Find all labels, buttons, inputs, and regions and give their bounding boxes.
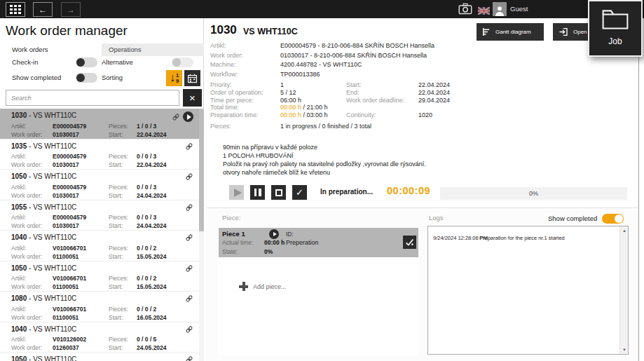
show-completed-label: Show completed — [12, 74, 61, 81]
work-order-item-title: 1035 - VS WHT110C — [11, 142, 76, 150]
work-order-label: Work order: — [11, 283, 42, 290]
alternative-toggle[interactable] — [172, 57, 193, 67]
artikl-label: Artikl: — [11, 214, 26, 221]
pieces-label: Pieces: — [109, 123, 128, 130]
pieces-label: Pieces: — [109, 184, 128, 191]
log-entry: 9/24/2024 12:28:06 PMPreparation for the… — [433, 235, 565, 241]
artikl-value: V010066701 — [53, 245, 86, 252]
apps-grid-button[interactable] — [6, 2, 25, 17]
pieces-value: 1 / 0 / 3 — [137, 123, 156, 130]
link-icon — [185, 264, 193, 273]
artikl-label: Artikl: — [11, 184, 26, 191]
alternative-label: Alternative — [102, 58, 133, 66]
work-order-value: 01030017 — [53, 192, 79, 199]
calendar-button[interactable] — [184, 70, 200, 86]
forward-button[interactable]: → — [61, 2, 81, 17]
start-value: 15.05.2024 — [137, 283, 167, 290]
forward-arrow-icon: → — [67, 6, 75, 14]
work-order-list-item[interactable]: 1040 - VS WHT110C Artikl: V010126002 Pie… — [0, 322, 199, 353]
work-order-list-item[interactable]: 1050 - VS WHT110C Artikl: V010066701 Pie… — [0, 261, 199, 292]
work-order-list-item[interactable]: 1030 - VS WHT110C Artikl: E000004579 Pie… — [0, 109, 199, 139]
tab-operations[interactable]: Operations — [102, 43, 204, 56]
work-order-value: 01100051 — [53, 253, 78, 260]
check-in-label: Check-in — [12, 58, 39, 66]
back-arrow-icon: ← — [39, 6, 47, 14]
scroll-up-icon[interactable]: ▲ — [620, 226, 629, 235]
work-order-list-item[interactable]: 1055 - VS WHT110C Artikl: E000004579 Pie… — [0, 200, 199, 231]
start-value: 24.05.2024 — [137, 344, 167, 351]
stop-button[interactable] — [271, 185, 286, 200]
pieces-value: 0 / 0 / 2 — [137, 306, 156, 313]
artikl-value: V010066701 — [53, 306, 86, 313]
start-label: Start: — [109, 344, 123, 351]
show-completed-toggle[interactable] — [76, 73, 97, 83]
actual-time-value: 00:00 h — [264, 239, 285, 246]
work-order-label: Work order: — [11, 192, 42, 199]
user-avatar[interactable] — [493, 2, 507, 16]
back-button[interactable]: ← — [33, 2, 53, 17]
toggle-knob — [615, 214, 623, 223]
artikl-label: Artikl: — [11, 306, 26, 313]
work-order-value: 01030017 — [53, 161, 79, 168]
actual-time-label: Actual time: — [222, 239, 253, 246]
sort-arrow-icon: ↓ — [170, 72, 175, 83]
add-piece-label: Add piece... — [253, 283, 287, 290]
gantt-icon — [482, 27, 491, 36]
start-value: 24.04.2024 — [137, 192, 167, 199]
work-order-list: 1030 - VS WHT110C Artikl: E000004579 Pie… — [0, 109, 199, 361]
add-piece-button[interactable]: Add piece... — [239, 282, 287, 291]
work-order-list-item[interactable]: 1050 - VS WHT110C Artikl: E000004579 Pie… — [0, 170, 199, 200]
pause-button[interactable] — [250, 185, 265, 200]
sign-piece-button[interactable] — [403, 236, 416, 249]
work-order-label: Work order: — [11, 222, 42, 229]
pieces-value: 0 / 0 / 2 — [137, 245, 156, 252]
stop-icon — [275, 189, 282, 196]
sort-ascending-button[interactable]: ↓ 19 — [166, 70, 182, 86]
start-value: 24.04.2024 — [137, 222, 167, 229]
user-name-label: Guest — [510, 0, 528, 18]
job-popup-item[interactable]: Job — [588, 0, 643, 57]
gantt-diagram-button[interactable]: Gantt diagram — [477, 23, 544, 41]
check-in-toggle[interactable] — [76, 57, 97, 67]
scroll-down-icon[interactable]: ▼ — [620, 346, 629, 354]
start-label: Start: — [109, 253, 123, 260]
artikl-label: Artikl: — [11, 153, 26, 160]
page-title: Work order manager — [6, 23, 128, 39]
work-order-list-item[interactable]: 1080 - VS WHT110C Artikl: V010066701 Pie… — [0, 292, 199, 322]
finish-button[interactable]: ✓ — [292, 185, 307, 200]
play-button[interactable] — [229, 185, 244, 200]
start-value: 22.04.2024 — [137, 131, 167, 138]
work-order-value: 01030017 — [53, 131, 79, 138]
close-icon: × — [189, 92, 196, 104]
pieces-value: 0 / 0 / 3 — [137, 184, 156, 191]
link-icon — [185, 355, 193, 361]
list-scrollbar[interactable] — [199, 109, 204, 361]
work-order-list-item[interactable]: 1035 - VS WHT110C Artikl: E000004579 Pie… — [0, 139, 199, 170]
language-flag-icon[interactable] — [478, 5, 490, 13]
work-order-list-item[interactable]: 1040 - VS WHT110C Artikl: V010066701 Pie… — [0, 231, 199, 261]
show-completed-pieces-toggle[interactable] — [602, 214, 624, 224]
work-order-list-item[interactable]: 1050 - VS WHT110C Artikl: Pieces: Work o… — [0, 353, 199, 361]
operation-machine-name: VS WHT110C — [243, 27, 298, 36]
piece-play-icon[interactable] — [269, 229, 279, 239]
play-icon — [234, 189, 242, 197]
logs-scrollbar[interactable]: ▲ ▼ — [619, 226, 628, 354]
work-order-item-title: 1080 - VS WHT110C — [11, 294, 76, 302]
tab-work-orders[interactable]: Work orders — [0, 43, 102, 56]
pause-icon — [254, 189, 257, 196]
plus-icon — [239, 282, 248, 291]
timer-value: 00:00:09 — [387, 185, 430, 196]
top-bar: ← → Guest — [0, 0, 644, 18]
artikl-value: V010066701 — [53, 275, 86, 282]
pieces-summary-label: Pieces: — [210, 123, 280, 130]
piece-card[interactable]: Piece 1 ID: Actual time: 00:00 h Prepera… — [219, 228, 418, 257]
artikl-label: Artikl: — [11, 123, 26, 130]
signature-check-icon — [405, 238, 414, 247]
camera-icon[interactable] — [458, 3, 472, 15]
scrollbar-thumb[interactable] — [199, 109, 204, 231]
pieces-label: Pieces: — [109, 214, 128, 221]
search-input[interactable] — [6, 90, 179, 106]
piece-name: Piece 1 — [222, 230, 245, 238]
clear-search-button[interactable]: × — [183, 89, 202, 107]
pieces-label: Pieces: — [109, 245, 128, 252]
